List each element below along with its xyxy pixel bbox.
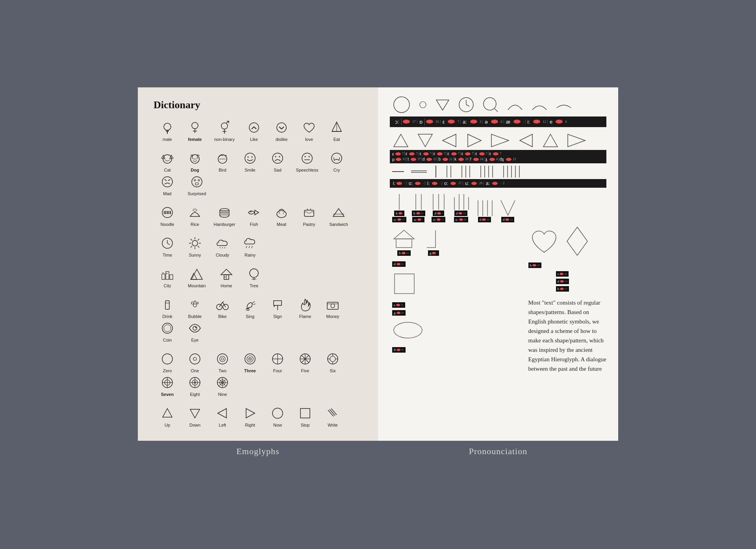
svg-line-14	[279, 127, 282, 129]
dict-row-8: Up Down	[154, 405, 366, 429]
v-icon	[499, 200, 517, 216]
svg-point-225	[432, 182, 437, 185]
svg-point-234	[416, 212, 420, 214]
pastry-icon	[302, 205, 316, 220]
dict-item-sunny: Sunny	[181, 235, 209, 257]
svg-marker-156	[163, 409, 172, 417]
top-shapes-row	[390, 95, 606, 114]
svg-line-39	[168, 179, 170, 181]
dict-item-dislike: dislike	[268, 120, 295, 142]
vert-line-shape	[434, 166, 438, 177]
dict-row-1: male female	[154, 120, 366, 143]
four-slash-b-icon	[476, 200, 494, 216]
time-label: Time	[163, 253, 172, 257]
svg-point-196	[493, 152, 498, 155]
dict-item-six: Six	[319, 351, 346, 373]
svg-rect-82	[170, 275, 173, 279]
svg-rect-109	[327, 302, 338, 309]
svg-point-91	[250, 269, 258, 277]
svg-rect-258	[395, 274, 414, 294]
bird-label: Bird	[219, 168, 226, 172]
svg-point-13	[277, 123, 286, 132]
svg-point-96	[193, 304, 196, 307]
svg-point-173	[403, 120, 410, 124]
dict-item-left: Left	[209, 405, 236, 427]
svg-line-71	[198, 246, 199, 248]
eight-icon	[188, 375, 202, 390]
dict-item-noodle: Noodle	[154, 205, 181, 227]
svg-point-97	[191, 302, 194, 304]
flame-label: Flame	[299, 314, 311, 319]
drink-label: Drink	[162, 314, 172, 319]
svg-marker-158	[218, 409, 226, 418]
svg-point-262	[397, 349, 400, 351]
phon-17: 17	[411, 120, 417, 124]
svg-point-37	[162, 177, 172, 187]
dict-item-tree: Tree	[240, 266, 268, 288]
rainy-icon	[243, 235, 257, 251]
svg-line-72	[198, 239, 199, 240]
svg-point-43	[198, 179, 200, 181]
female-label: female	[188, 137, 202, 142]
slash-1: b o:17	[392, 194, 406, 222]
svg-point-224	[415, 182, 421, 185]
svg-marker-185	[491, 134, 509, 147]
svg-rect-254	[396, 239, 412, 248]
svg-marker-186	[520, 134, 532, 147]
dict-item-sad: Sad	[264, 150, 291, 172]
slash-4: d22 u:20	[452, 194, 470, 222]
svg-point-246	[459, 218, 463, 221]
house-icon	[392, 228, 416, 250]
dict-item-time: Time	[154, 235, 181, 257]
svg-point-10	[249, 123, 259, 132]
dict-row-7: Zero One	[154, 351, 366, 398]
home-label: Home	[220, 283, 232, 288]
dict-item-coin: Coin	[154, 320, 181, 342]
l-icon	[424, 228, 443, 250]
circle-shape	[392, 95, 411, 114]
slash-3: d· o:11	[431, 194, 447, 222]
four-slash-icon	[452, 194, 470, 210]
phonetic-bar-2: ε 7 ε 7 ε 7 ε 7 ε 7 ε	[390, 150, 606, 163]
tri-left	[441, 133, 458, 148]
svg-point-240	[437, 218, 441, 221]
svg-rect-2	[167, 131, 168, 134]
rainy-label: Rainy	[245, 253, 256, 257]
svg-rect-81	[166, 272, 169, 279]
svg-line-78	[249, 246, 250, 248]
three-slash-icon	[431, 194, 447, 210]
svg-marker-60	[333, 209, 344, 216]
tri-right	[465, 133, 483, 148]
sign-label: Sign	[273, 314, 282, 319]
like-label: Like	[250, 137, 258, 142]
right-panel: ɔ: 17 ɒ 16 ε 7 a: 2 ə 6 æ · i:	[378, 87, 618, 441]
up-icon	[160, 405, 174, 421]
dict-item-cry: Cry	[323, 150, 350, 172]
footer: Emoglyphs Pronounciation	[138, 441, 618, 462]
right-label: Right	[245, 423, 255, 427]
surprised-icon	[190, 174, 204, 190]
dict-item-smile: Smile	[236, 150, 264, 172]
nonbinary-icon	[217, 120, 232, 135]
svg-marker-87	[221, 269, 232, 275]
svg-line-56	[283, 211, 285, 214]
dict-item-sign: Sign	[264, 297, 291, 319]
sandwich-icon	[332, 205, 346, 220]
zero-icon	[160, 351, 174, 367]
dict-item-five: Five	[291, 351, 319, 373]
dog-icon	[188, 150, 202, 166]
speechless-icon	[300, 150, 314, 166]
svg-point-264	[532, 264, 536, 266]
dict-item-meat: Meat	[268, 205, 295, 227]
svg-line-172	[495, 109, 498, 112]
dict-grid: male female	[154, 120, 366, 429]
footer-left: Emoglyphs	[138, 441, 378, 462]
dict-item-home: Home	[213, 266, 240, 288]
two-slash-icon	[413, 194, 424, 210]
svg-marker-183	[443, 134, 456, 147]
one-slash-icon	[395, 194, 403, 210]
bike-label: Bike	[218, 314, 226, 319]
dict-item-pastry: Pastry	[295, 205, 323, 227]
nine-icon	[215, 375, 230, 390]
cat-icon	[160, 150, 174, 166]
